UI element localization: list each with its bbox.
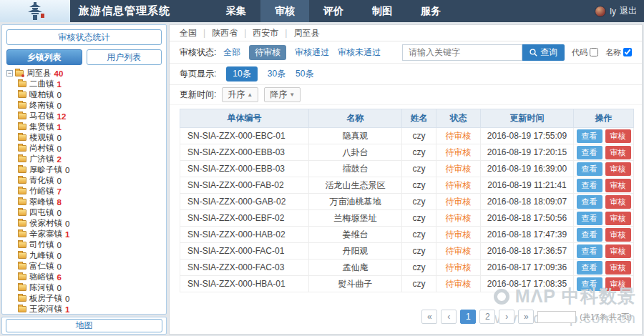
breadcrumb-city[interactable]: 西安市 [238, 27, 278, 39]
tree-item-town[interactable]: 翠峰镇8 [6, 197, 162, 207]
table-row[interactable]: SN-SIA-ZZX-000-EBB-03擂鼓台czy待审核2016-08-19… [180, 161, 634, 177]
menu-item-mapping[interactable]: 制图 [358, 0, 406, 22]
view-button[interactable]: 查看 [577, 162, 602, 176]
tab-user-list[interactable]: 用户列表 [87, 49, 162, 65]
app-logo[interactable] [0, 0, 70, 22]
breadcrumb-country[interactable]: 全国 [180, 27, 197, 39]
breadcrumb-province[interactable]: 陕西省 [197, 27, 238, 39]
review-stats-button[interactable]: 审核状态统计 [6, 29, 162, 45]
view-button[interactable]: 查看 [577, 277, 602, 291]
menu-item-review[interactable]: 审核 [260, 0, 309, 22]
status-filter-passed[interactable]: 审核通过 [295, 46, 329, 59]
review-button[interactable]: 审核 [605, 244, 631, 258]
table-row[interactable]: SN-SIA-ZZX-000-FAC-01丹阳观czy待审核2016-08-18… [180, 243, 634, 260]
status-filter-failed[interactable]: 审核未通过 [338, 46, 381, 59]
review-button[interactable]: 审核 [605, 195, 631, 209]
prev-page-button[interactable]: ‹ [441, 310, 457, 324]
tree-item-town[interactable]: 尚村镇0 [6, 143, 162, 154]
logout-button[interactable]: 退出 [620, 5, 637, 17]
view-button[interactable]: 查看 [577, 212, 602, 225]
col-header-user: 姓名 [402, 109, 436, 128]
first-page-button[interactable]: « [421, 310, 437, 324]
tree-item-town[interactable]: 骆峪镇6 [6, 272, 162, 282]
tree-item-town[interactable]: 富仁镇0 [6, 261, 162, 272]
user-avatar[interactable] [595, 6, 606, 17]
town-icon [18, 92, 26, 98]
breadcrumb-county[interactable]: 周至县 [278, 27, 319, 39]
table-row[interactable]: SN-SIA-ZZX-000-FAB-02活龙山生态景区czy待审核2016-0… [180, 177, 634, 194]
page-2-button[interactable]: 2 [479, 310, 495, 324]
review-button[interactable]: 审核 [605, 129, 631, 143]
menu-item-service[interactable]: 服务 [406, 0, 455, 22]
view-button[interactable]: 查看 [577, 244, 602, 258]
tree-item-town[interactable]: 侯家村镇0 [6, 218, 162, 229]
sort-desc-button[interactable]: 降序 ▼ [264, 87, 301, 102]
search-button[interactable]: 查询 [522, 44, 565, 61]
status-filter-pending[interactable]: 待审核 [249, 45, 286, 60]
name-checkbox[interactable] [623, 48, 632, 56]
review-button[interactable]: 审核 [605, 261, 631, 275]
tree-item-town[interactable]: 马召镇12 [6, 111, 162, 122]
tree-item-town[interactable]: 广济镇2 [6, 154, 162, 164]
collapse-icon[interactable]: − [6, 70, 13, 76]
code-checkbox[interactable] [590, 48, 598, 56]
name-checkbox-group: 名称 [605, 47, 632, 58]
view-button[interactable]: 查看 [577, 129, 602, 143]
user-name[interactable]: ly [610, 6, 616, 16]
tree-item-town[interactable]: 厚畛子镇0 [6, 164, 162, 175]
tree-item-town[interactable]: 竹峪镇7 [6, 186, 162, 197]
page-size-10[interactable]: 10条 [226, 66, 257, 81]
tree-item-town[interactable]: 九峰镇0 [6, 250, 162, 261]
table-row[interactable]: SN-SIA-ZZX-000-HBA-01熨斗曲子czy待审核2016-08-1… [180, 276, 634, 292]
table-row[interactable]: SN-SIA-ZZX-000-EBC-01隐真观czy待审核2016-08-19… [180, 128, 634, 144]
page-size-30[interactable]: 30条 [268, 68, 286, 80]
town-icon [18, 274, 26, 280]
map-button[interactable]: 地图 [6, 319, 162, 332]
review-button[interactable]: 审核 [605, 179, 631, 192]
view-button[interactable]: 查看 [577, 261, 602, 275]
town-tree: − 周至县 40 二曲镇1 哑柏镇0 终南镇0 马召镇12 集贤镇1 楼观镇0 … [2, 65, 166, 314]
sort-asc-button[interactable]: 升序 ▲ [222, 87, 258, 102]
review-button[interactable]: 审核 [605, 212, 631, 225]
tree-item-town[interactable]: 哑柏镇0 [6, 89, 162, 100]
tree-item-town[interactable]: 四屯镇0 [6, 207, 162, 218]
table-row[interactable]: SN-SIA-ZZX-000-HAB-02姜维台czy待审核2016-08-18… [180, 227, 634, 243]
view-button[interactable]: 查看 [577, 146, 602, 159]
tree-item-town[interactable]: 集贤镇1 [6, 122, 162, 132]
tree-item-county[interactable]: − 周至县 40 [6, 68, 162, 79]
menu-item-evaluate[interactable]: 评价 [309, 0, 358, 22]
view-button[interactable]: 查看 [577, 195, 602, 209]
col-header-actions: 操作 [574, 109, 634, 128]
view-button[interactable]: 查看 [577, 228, 602, 242]
tree-item-town[interactable]: 板房子镇0 [6, 293, 162, 304]
next-page-button[interactable]: › [499, 310, 514, 324]
review-button[interactable]: 审核 [605, 277, 631, 291]
town-icon [18, 242, 26, 248]
table-row[interactable]: SN-SIA-ZZX-000-EBB-03八卦台czy待审核2016-08-19… [180, 144, 634, 161]
tab-town-list[interactable]: 乡镇列表 [6, 49, 82, 65]
view-button[interactable]: 查看 [577, 179, 602, 192]
menu-item-collect[interactable]: 采集 [212, 0, 260, 22]
table-row[interactable]: SN-SIA-ZZX-000-EBF-02兰梅塬堡址czy待审核2016-08-… [180, 210, 634, 227]
search-input[interactable] [402, 44, 522, 61]
page-1-button[interactable]: 1 [460, 310, 476, 324]
tree-item-town[interactable]: 楼观镇0 [6, 132, 162, 143]
status-filter-all[interactable]: 全部 [223, 46, 240, 59]
table-row[interactable]: SN-SIA-ZZX-000-GAB-02万亩油桃基地czy待审核2016-08… [180, 194, 634, 210]
tree-item-town[interactable]: 辛家寨镇1 [6, 229, 162, 239]
tree-item-town[interactable]: 二曲镇1 [6, 79, 162, 89]
tree-item-town[interactable]: 司竹镇0 [6, 239, 162, 250]
tree-item-town[interactable]: 青化镇0 [6, 175, 162, 186]
tree-item-town[interactable]: 终南镇0 [6, 100, 162, 111]
table-row[interactable]: SN-SIA-ZZX-000-FAC-03孟仙庵czy待审核2016-08-17… [180, 260, 634, 276]
page-jump-input[interactable] [537, 311, 576, 323]
review-button[interactable]: 审核 [605, 146, 631, 159]
review-button[interactable]: 审核 [605, 228, 631, 242]
tree-item-town[interactable]: 陈河镇0 [6, 282, 162, 293]
town-icon [18, 295, 26, 302]
last-page-button[interactable]: » [518, 310, 534, 324]
tree-item-town[interactable]: 王家河镇1 [6, 304, 162, 314]
user-area: ly 退出 [595, 5, 644, 17]
review-button[interactable]: 审核 [605, 162, 631, 176]
page-size-50[interactable]: 50条 [296, 68, 313, 80]
